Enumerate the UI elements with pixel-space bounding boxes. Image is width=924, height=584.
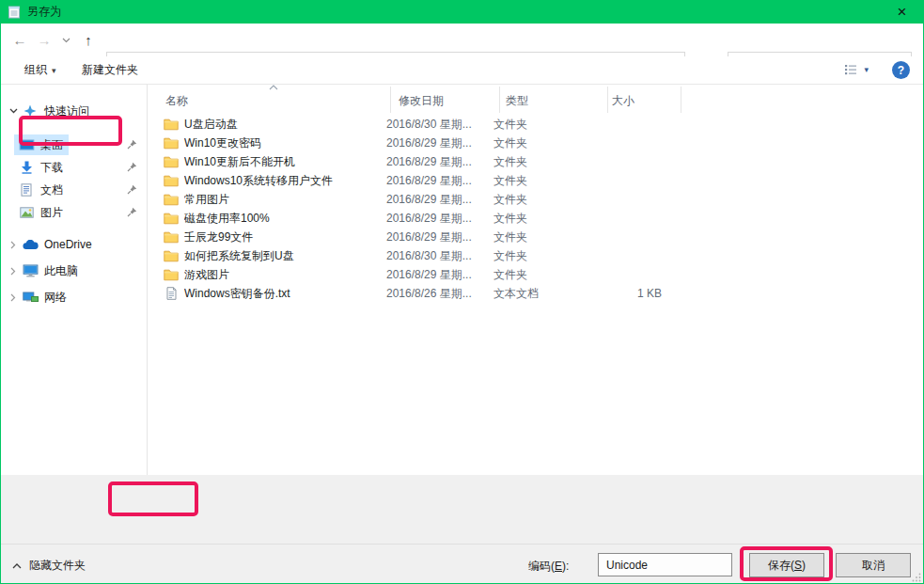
file-name: Win10更新后不能开机	[184, 154, 386, 170]
column-header-date-modified[interactable]: 修改日期	[399, 93, 444, 109]
sidebar-item-label: 下载	[40, 160, 63, 176]
save-button[interactable]: 保存(S)	[749, 553, 824, 577]
file-type: 文件夹	[493, 117, 600, 133]
pin-icon	[127, 207, 137, 217]
notepad-icon	[8, 6, 21, 19]
address-bar: ← → ↑ › 此电脑 › 桌面 › 搜索"桌面"	[1, 24, 923, 56]
sidebar-item-pictures[interactable]: 图片	[1, 201, 147, 224]
chevron-down-icon[interactable]	[7, 108, 20, 114]
file-list: 名称 修改日期 类型 大小 U盘启动盘 2016/8/30 星期... 文件夹	[149, 85, 923, 475]
file-name: Windows10系统转移用户文件	[184, 173, 386, 189]
change-view-button[interactable]: ▾	[843, 62, 869, 77]
file-row[interactable]: 壬辰龙99文件 2016/8/29 星期... 文件夹	[149, 228, 923, 246]
file-row[interactable]: 游戏图片 2016/8/29 星期... 文件夹	[149, 265, 923, 284]
file-type: 文件夹	[493, 229, 600, 245]
file-row[interactable]: 常用图片 2016/8/29 星期... 文件夹	[149, 190, 923, 209]
navigation-pane: 快速访问 桌面 下载	[1, 85, 148, 475]
column-divider[interactable]	[607, 87, 608, 113]
column-divider[interactable]	[499, 87, 500, 113]
file-name: Windows密钥备份.txt	[184, 286, 386, 302]
file-name: Win10更改密码	[184, 135, 386, 151]
new-folder-button[interactable]: 新建文件夹	[82, 56, 138, 84]
pin-icon	[127, 139, 137, 150]
file-row[interactable]: Windows密钥备份.txt 2016/8/26 星期... 文本文档 1 K…	[149, 284, 923, 303]
network-icon	[22, 292, 39, 304]
folder-icon	[164, 156, 179, 168]
column-header-name[interactable]: 名称	[165, 93, 188, 109]
resize-grip[interactable]	[912, 573, 921, 582]
file-type: 文本文档	[493, 286, 600, 302]
pin-icon	[127, 162, 137, 172]
file-list-body: U盘启动盘 2016/8/30 星期... 文件夹 Win10更改密码 2016…	[149, 115, 923, 303]
file-date-modified: 2016/8/29 星期...	[386, 135, 493, 151]
organize-button[interactable]: 组织 ▾	[24, 56, 56, 84]
status-bar: 隐藏文件夹 编码(E): Unicode 保存(S) 取消	[1, 544, 923, 584]
sidebar-item-desktop[interactable]: 桌面	[1, 134, 147, 156]
sidebar-quick-access[interactable]: 快速访问	[1, 100, 147, 122]
column-header-type[interactable]: 类型	[506, 93, 528, 109]
help-button[interactable]: ?	[892, 61, 910, 79]
file-type: 文件夹	[493, 211, 600, 227]
file-name: 常用图片	[184, 192, 386, 208]
folder-icon	[164, 194, 179, 206]
text-file-icon	[166, 287, 177, 300]
column-divider[interactable]	[681, 87, 681, 113]
chevron-right-icon[interactable]	[7, 241, 20, 249]
file-type: 文件夹	[493, 248, 600, 264]
quick-access-star-icon	[22, 104, 39, 118]
column-divider[interactable]	[390, 87, 391, 113]
file-date-modified: 2016/8/30 星期...	[386, 248, 493, 264]
file-row[interactable]: U盘启动盘 2016/8/30 星期... 文件夹	[149, 115, 923, 134]
downloads-icon	[18, 161, 35, 174]
folder-icon	[164, 269, 179, 281]
hide-folders-label: 隐藏文件夹	[29, 558, 86, 574]
file-type: 文件夹	[493, 173, 600, 189]
back-icon[interactable]: ←	[7, 24, 33, 56]
file-row[interactable]: Windows10系统转移用户文件 2016/8/29 星期... 文件夹	[149, 171, 923, 190]
file-type: 文件夹	[493, 192, 600, 208]
file-row[interactable]: 磁盘使用率100% 2016/8/29 星期... 文件夹	[149, 209, 923, 228]
dialog-title: 另存为	[27, 4, 61, 20]
new-folder-label: 新建文件夹	[82, 62, 138, 78]
sidebar-item-label: OneDrive	[44, 238, 92, 251]
file-date-modified: 2016/8/26 星期...	[386, 286, 493, 302]
file-name: 游戏图片	[184, 267, 386, 283]
file-date-modified: 2016/8/29 星期...	[386, 192, 493, 208]
pictures-icon	[18, 207, 35, 218]
up-icon[interactable]: ↑	[76, 24, 101, 56]
folder-icon	[164, 175, 179, 187]
sidebar-item-onedrive[interactable]: OneDrive	[1, 231, 147, 258]
file-date-modified: 2016/8/30 星期...	[386, 117, 493, 133]
chevron-right-icon[interactable]	[7, 267, 20, 276]
chevron-up-icon	[12, 563, 22, 569]
forward-icon[interactable]: →	[33, 24, 55, 56]
encoding-select[interactable]: Unicode	[598, 553, 732, 576]
folder-icon	[164, 231, 179, 244]
chevron-right-icon[interactable]	[7, 293, 20, 302]
close-button[interactable]: ×	[881, 0, 923, 24]
folder-icon	[164, 137, 179, 150]
cancel-button[interactable]: 取消	[836, 553, 911, 577]
chevron-down-icon: ▾	[864, 65, 869, 74]
file-name: 如何把系统复制到U盘	[184, 248, 386, 264]
sidebar-item-downloads[interactable]: 下载	[1, 156, 147, 179]
file-name: 磁盘使用率100%	[184, 211, 386, 227]
sidebar-item-network[interactable]: 网络	[1, 284, 147, 310]
sidebar-item-documents[interactable]: 文档	[1, 179, 147, 201]
file-row[interactable]: 如何把系统复制到U盘 2016/8/30 星期... 文件夹	[149, 246, 923, 265]
encoding-value: Unicode	[606, 559, 648, 572]
save-as-dialog: 另存为 × ← → ↑ › 此电脑 › 桌面 › 搜索"桌面"	[0, 0, 924, 584]
onedrive-icon	[22, 240, 39, 250]
file-row[interactable]: Win10更新后不能开机 2016/8/29 星期... 文件夹	[149, 152, 923, 171]
file-row[interactable]: Win10更改密码 2016/8/29 星期... 文件夹	[149, 134, 923, 152]
sidebar-item-this-pc[interactable]: 此电脑	[1, 258, 147, 284]
hide-folders-button[interactable]: 隐藏文件夹	[12, 558, 86, 574]
organize-label: 组织	[24, 62, 47, 78]
sidebar-item-label: 文档	[40, 182, 63, 198]
folder-icon	[164, 118, 179, 131]
sort-ascending-icon	[269, 85, 278, 90]
column-header-size[interactable]: 大小	[612, 93, 634, 109]
recent-locations-chevron-icon[interactable]	[57, 24, 74, 56]
file-date-modified: 2016/8/29 星期...	[386, 173, 493, 189]
folder-icon	[164, 250, 179, 262]
